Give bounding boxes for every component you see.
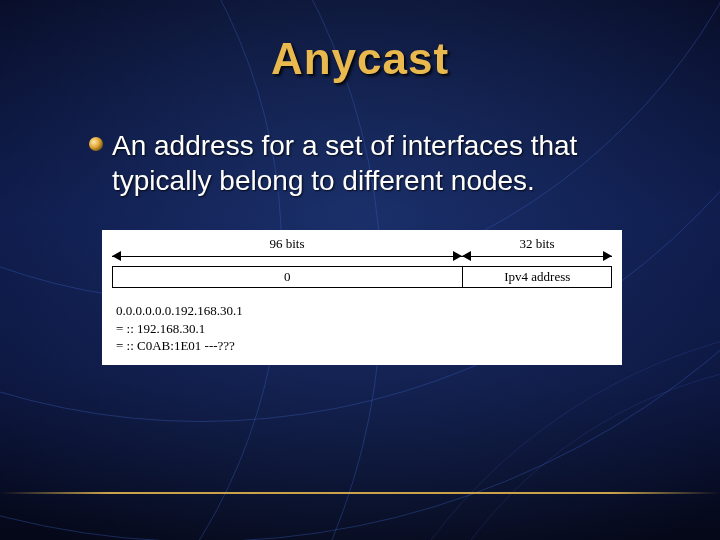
- svg-point-0: [89, 137, 103, 151]
- footer-divider: [0, 492, 720, 494]
- bits-right-label: 32 bits: [462, 236, 612, 252]
- bits-width-row: 96 bits 32 bits: [112, 238, 612, 264]
- bullet-text: An address for a set of interfaces that …: [112, 128, 660, 198]
- bits-segment-right: 32 bits: [462, 238, 612, 264]
- bits-left-label: 96 bits: [112, 236, 462, 252]
- bullet-icon: [88, 136, 104, 156]
- field-ipv4: Ipv4 address: [463, 267, 612, 287]
- decorative-arc: [380, 360, 720, 540]
- bits-segment-left: 96 bits: [112, 238, 462, 264]
- bullet-item: An address for a set of interfaces that …: [88, 128, 660, 198]
- address-format-diagram: 96 bits 32 bits 0 Ipv4 address 0.0.0.0.0…: [102, 230, 622, 365]
- slide-title: Anycast: [0, 34, 720, 84]
- slide: Anycast An address for a set of interfac…: [0, 0, 720, 540]
- example-address-lines: 0.0.0.0.0.0.192.168.30.1 = :: 192.168.30…: [112, 302, 612, 355]
- fields-row: 0 Ipv4 address: [112, 266, 612, 288]
- field-zero: 0: [113, 267, 463, 287]
